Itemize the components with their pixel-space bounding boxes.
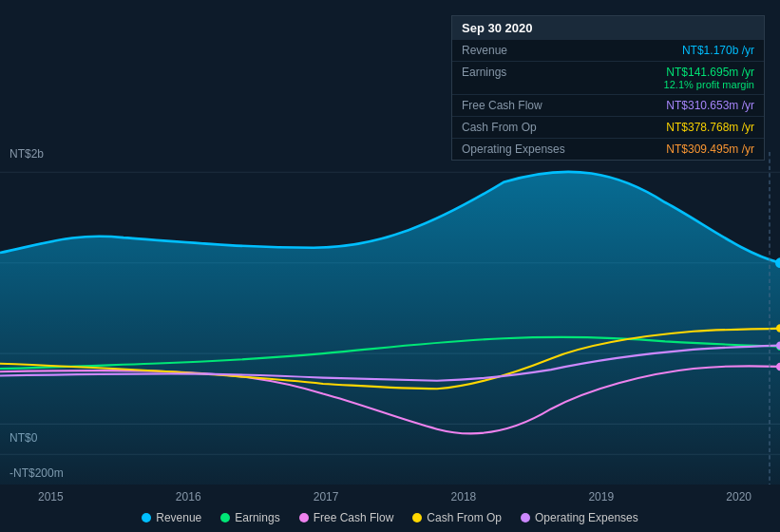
x-label-2017: 2017: [314, 490, 339, 504]
chart-svg: [0, 152, 780, 484]
tooltip-row-revenue: Revenue NT$1.170b /yr: [452, 40, 764, 62]
tooltip-label-earnings: Earnings: [462, 66, 506, 90]
x-label-2019: 2019: [588, 490, 614, 504]
legend-dot-opex: [521, 513, 530, 522]
legend-label-opex: Operating Expenses: [535, 511, 638, 524]
x-axis: 2015 2016 2017 2018 2019 2020: [0, 490, 780, 504]
x-label-2018: 2018: [451, 490, 477, 504]
x-label-2015: 2015: [38, 490, 64, 504]
legend-item-opex[interactable]: Operating Expenses: [521, 511, 638, 524]
legend-dot-cashfromop: [412, 513, 422, 522]
tooltip-value-opex: NT$309.495m /yr: [666, 142, 754, 156]
legend-dot-revenue: [142, 513, 151, 522]
legend-item-revenue[interactable]: Revenue: [142, 511, 201, 524]
x-label-2016: 2016: [176, 490, 201, 504]
x-label-2020: 2020: [726, 490, 751, 504]
legend-label-cashfromop: Cash From Op: [427, 511, 502, 524]
tooltip-row-cashfromop: Cash From Op NT$378.768m /yr: [452, 117, 764, 139]
legend-dot-fcf: [299, 513, 309, 522]
legend-item-earnings[interactable]: Earnings: [220, 511, 279, 524]
tooltip-value-earnings: NT$141.695m /yr: [664, 66, 754, 79]
data-tooltip: Sep 30 2020 Revenue NT$1.170b /yr Earnin…: [451, 15, 765, 161]
tooltip-row-fcf: Free Cash Flow NT$310.653m /yr: [452, 95, 764, 117]
tooltip-label-revenue: Revenue: [462, 44, 507, 57]
legend-label-revenue: Revenue: [156, 511, 201, 524]
legend-dot-earnings: [220, 513, 230, 522]
chart-legend: Revenue Earnings Free Cash Flow Cash Fro…: [0, 511, 780, 524]
tooltip-label-opex: Operating Expenses: [462, 142, 565, 156]
tooltip-label-fcf: Free Cash Flow: [462, 99, 542, 112]
tooltip-value-fcf: NT$310.653m /yr: [666, 99, 754, 112]
legend-label-fcf: Free Cash Flow: [314, 511, 394, 524]
legend-item-cashfromop[interactable]: Cash From Op: [412, 511, 502, 524]
tooltip-row-opex: Operating Expenses NT$309.495m /yr: [452, 139, 764, 160]
tooltip-date: Sep 30 2020: [452, 16, 764, 40]
legend-label-earnings: Earnings: [235, 511, 279, 524]
tooltip-profit-margin: 12.1% profit margin: [664, 79, 754, 90]
legend-item-fcf[interactable]: Free Cash Flow: [299, 511, 394, 524]
tooltip-row-earnings: Earnings NT$141.695m /yr 12.1% profit ma…: [452, 62, 764, 95]
tooltip-label-cashfromop: Cash From Op: [462, 121, 537, 134]
tooltip-value-revenue: NT$1.170b /yr: [682, 44, 754, 57]
chart-area: [0, 152, 780, 484]
tooltip-value-cashfromop: NT$378.768m /yr: [666, 121, 754, 134]
